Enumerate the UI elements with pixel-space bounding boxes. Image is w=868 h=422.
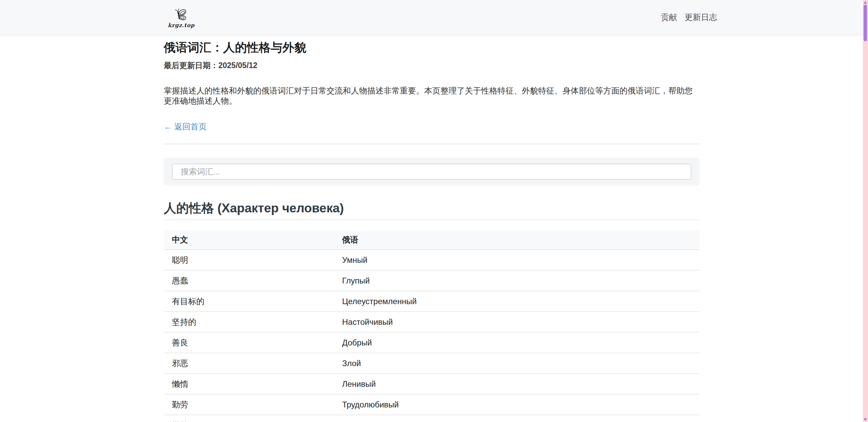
table-row: 微笑 Улыбчивый bbox=[164, 415, 699, 422]
table-row: 善良 Добрый bbox=[164, 332, 699, 353]
main-content: 俄语词汇：人的性格与外貌 最后更新日期：2025/05/12 掌握描述人的性格和… bbox=[164, 41, 699, 422]
search-container bbox=[164, 158, 699, 186]
cell-russian: Злой bbox=[334, 353, 699, 374]
cell-russian: Улыбчивый bbox=[334, 415, 699, 422]
cell-chinese: 坚持的 bbox=[164, 312, 334, 332]
table-row: 愚蠢 Глупый bbox=[164, 270, 699, 291]
search-input[interactable] bbox=[172, 164, 691, 180]
divider bbox=[164, 144, 699, 144]
site-logo[interactable]: krgz.top bbox=[168, 6, 195, 28]
table-row: 勤劳 Трудолюбивый bbox=[164, 394, 699, 415]
cell-chinese: 微笑 bbox=[164, 415, 334, 422]
cell-chinese: 邪恶 bbox=[164, 353, 334, 374]
table-row: 聪明 Умный bbox=[164, 250, 699, 270]
cell-chinese: 勤劳 bbox=[164, 394, 334, 415]
table-row: 邪恶 Злой bbox=[164, 353, 699, 374]
table-row: 懒惰 Ленивый bbox=[164, 374, 699, 394]
cell-russian: Трудолюбивый bbox=[334, 394, 699, 415]
header-nav: 贡献 更新日志 bbox=[661, 12, 717, 23]
page-description: 掌握描述人的性格和外貌的俄语词汇对于日常交流和人物描述非常重要。本页整理了关于性… bbox=[164, 86, 699, 106]
scrollbar[interactable] bbox=[863, 0, 868, 422]
nav-link-changelog[interactable]: 更新日志 bbox=[685, 12, 717, 23]
page-title: 俄语词汇：人的性格与外貌 bbox=[164, 41, 699, 54]
cell-chinese: 愚蠢 bbox=[164, 270, 334, 291]
table-row: 坚持的 Настойчивый bbox=[164, 312, 699, 332]
logo-text: krgz.top bbox=[168, 22, 195, 28]
cell-russian: Глупый bbox=[334, 270, 699, 291]
nav-link-contribute[interactable]: 贡献 bbox=[661, 12, 677, 23]
cell-chinese: 聪明 bbox=[164, 250, 334, 270]
last-updated-date: 最后更新日期：2025/05/12 bbox=[164, 61, 699, 69]
site-header: krgz.top 贡献 更新日志 bbox=[0, 0, 868, 35]
column-header-chinese: 中文 bbox=[164, 230, 334, 250]
cell-chinese: 有目标的 bbox=[164, 291, 334, 312]
scrollbar-up-arrow-icon[interactable] bbox=[864, 1, 867, 4]
table-header-row: 中文 俄语 bbox=[164, 230, 699, 250]
cell-russian: Умный bbox=[334, 250, 699, 270]
butterfly-icon bbox=[174, 8, 188, 22]
cell-chinese: 懒惰 bbox=[164, 374, 334, 394]
cell-russian: Настойчивый bbox=[334, 312, 699, 332]
column-header-russian: 俄语 bbox=[334, 230, 699, 250]
vocabulary-table: 中文 俄语 聪明 Умный 愚蠢 Глупый 有目标的 Целеустрем… bbox=[164, 230, 699, 422]
cell-chinese: 善良 bbox=[164, 332, 334, 353]
cell-russian: Целеустремленный bbox=[334, 291, 699, 312]
scrollbar-down-arrow-icon[interactable] bbox=[864, 418, 867, 421]
section-heading: 人的性格 (Характер человека) bbox=[164, 202, 699, 220]
scrollbar-thumb[interactable] bbox=[864, 5, 867, 41]
table-row: 有目标的 Целеустремленный bbox=[164, 291, 699, 312]
back-to-home-link[interactable]: ← 返回首页 bbox=[164, 122, 207, 131]
cell-russian: Добрый bbox=[334, 332, 699, 353]
cell-russian: Ленивый bbox=[334, 374, 699, 394]
